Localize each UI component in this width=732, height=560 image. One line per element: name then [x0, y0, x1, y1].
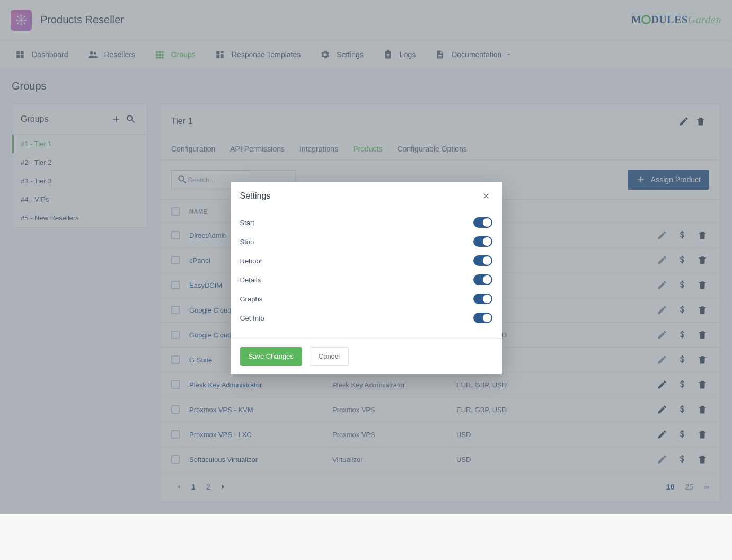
close-modal-button[interactable] — [480, 190, 492, 202]
setting-label: Start — [240, 219, 254, 227]
close-icon — [482, 192, 490, 200]
modal-footer: Save Changes Cancel — [231, 338, 502, 374]
save-button[interactable]: Save Changes — [240, 347, 302, 366]
setting-row: Details — [240, 270, 492, 289]
settings-modal: Settings StartStopRebootDetailsGraphsGet… — [231, 182, 502, 374]
setting-toggle[interactable] — [473, 274, 492, 285]
setting-toggle[interactable] — [473, 255, 492, 266]
setting-row: Get Info — [240, 308, 492, 327]
setting-label: Reboot — [240, 257, 262, 265]
setting-toggle[interactable] — [473, 313, 492, 323]
modal-header: Settings — [231, 182, 502, 210]
setting-toggle[interactable] — [473, 236, 492, 247]
setting-row: Stop — [240, 232, 492, 251]
setting-label: Details — [240, 276, 261, 284]
setting-row: Graphs — [240, 289, 492, 308]
modal-title: Settings — [240, 191, 480, 201]
modal-body: StartStopRebootDetailsGraphsGet Info — [231, 210, 502, 338]
setting-toggle[interactable] — [473, 217, 492, 228]
setting-toggle[interactable] — [473, 294, 492, 304]
setting-label: Get Info — [240, 314, 264, 322]
cancel-button[interactable]: Cancel — [310, 347, 349, 366]
setting-label: Stop — [240, 238, 254, 246]
setting-row: Reboot — [240, 251, 492, 270]
setting-row: Start — [240, 213, 492, 232]
setting-label: Graphs — [240, 295, 263, 303]
